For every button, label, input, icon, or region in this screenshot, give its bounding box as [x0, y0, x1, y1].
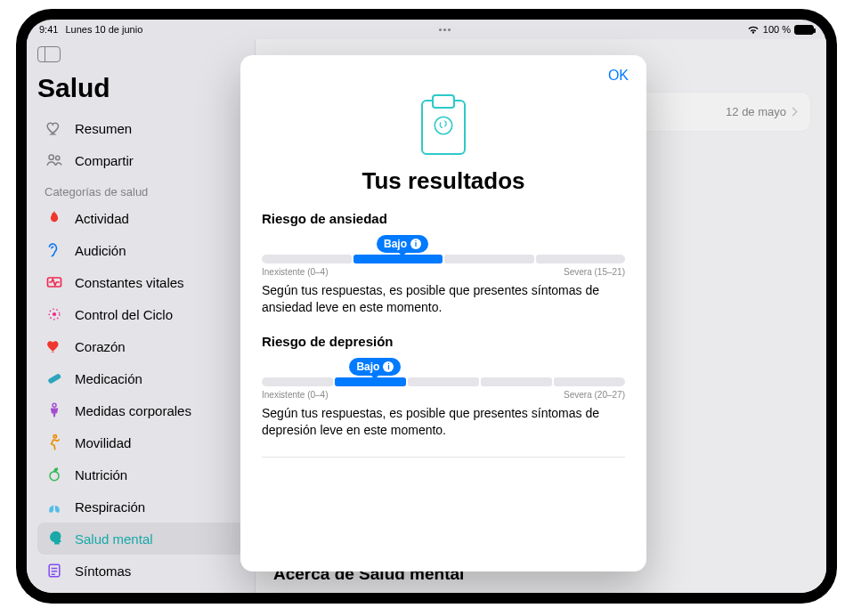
risk-segment: [444, 255, 534, 263]
risk-segment: [554, 377, 625, 386]
risk-title: Riesgo de ansiedad: [262, 211, 625, 226]
info-icon: i: [383, 361, 394, 372]
device-frame: 9:41 Lunes 10 de junio 100 % Salud Resum…: [16, 9, 837, 604]
risk-title: Riesgo de depresión: [262, 334, 625, 349]
info-icon: i: [410, 239, 421, 249]
modal-title: Tus resultados: [362, 167, 524, 195]
risk-scale-low: Inexistente (0–4): [262, 267, 329, 277]
svg-point-10: [435, 117, 452, 134]
risk-scale: Inexistente (0–4)Severa (15–21): [262, 267, 625, 277]
risk-segment: [408, 377, 479, 386]
risk-badge-label: Bajo: [356, 361, 379, 373]
risk-segment: [481, 377, 552, 386]
risk-segment: [262, 255, 352, 263]
risk-scale-high: Severa (20–27): [564, 390, 625, 400]
risk-segment: [335, 377, 406, 386]
risk-segment: [262, 377, 333, 386]
ok-button[interactable]: OK: [608, 68, 629, 84]
risk-scale: Inexistente (0–4)Severa (20–27): [262, 390, 625, 400]
risk-scale-low: Inexistente (0–4): [262, 390, 329, 400]
risk-block: Riesgo de ansiedadBajoiInexistente (0–4)…: [262, 211, 625, 316]
risk-bar: [262, 255, 625, 263]
modal-divider: [262, 457, 625, 458]
risk-badge[interactable]: Bajoi: [377, 235, 428, 253]
risk-bar: [262, 377, 625, 386]
clipboard-brain-icon: [421, 100, 466, 155]
results-modal: OK Tus resultados Riesgo de ansiedadBajo…: [240, 55, 646, 571]
risk-badge-label: Bajo: [384, 238, 407, 250]
screen: 9:41 Lunes 10 de junio 100 % Salud Resum…: [27, 20, 826, 593]
risk-scale-high: Severa (15–21): [564, 267, 625, 277]
risk-segment: [353, 255, 443, 263]
risk-badge[interactable]: Bajoi: [349, 358, 401, 376]
modal-hero: Tus resultados: [262, 100, 625, 195]
risk-description: Según tus respuestas, es posible que pre…: [262, 405, 625, 439]
risk-description: Según tus respuestas, es posible que pre…: [262, 282, 625, 316]
risk-block: Riesgo de depresiónBajoiInexistente (0–4…: [262, 334, 625, 439]
risk-segment: [536, 255, 626, 263]
